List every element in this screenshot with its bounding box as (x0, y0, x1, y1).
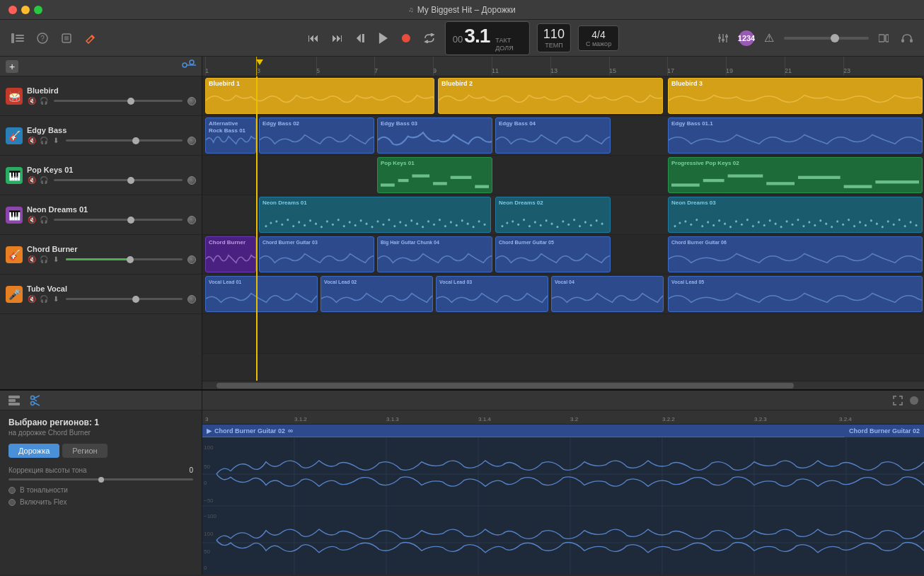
headphone-button-bluebird[interactable]: 🎧 (39, 96, 49, 106)
pencil-button[interactable] (82, 30, 99, 47)
track-fader-bluebird[interactable] (54, 100, 183, 102)
horizontal-scrollbar[interactable] (202, 381, 924, 389)
region-edgybass01-1[interactable]: Edgy Bass 01.1 (668, 117, 923, 154)
track-volume-chordburner[interactable] (187, 255, 196, 264)
track-fader-edgybass[interactable] (66, 139, 183, 142)
region-bluebird-1[interactable]: Bluebird 1 (205, 78, 434, 114)
close-button[interactable] (8, 6, 17, 14)
zoom-fit-button[interactable] (890, 393, 906, 408)
headphone-button-popkeys[interactable]: 🎧 (39, 175, 49, 185)
svg-point-117 (780, 226, 782, 228)
mixer-button[interactable] (715, 30, 732, 47)
record-arm-tubevocal[interactable]: ⬇ (51, 294, 61, 304)
region-neondreams01[interactable]: Neon Dreams 01 (259, 197, 491, 233)
position-display[interactable]: 00 3.1 ТАКТ ДОЛЯ (445, 21, 530, 55)
loop-icon: ∞ (288, 427, 293, 434)
output-button[interactable] (876, 30, 891, 46)
tab-region[interactable]: Регион (62, 444, 107, 458)
loop-button[interactable] (421, 30, 438, 46)
svg-point-100 (684, 220, 686, 222)
headphone-button-edgybass[interactable]: 🎧 (39, 136, 49, 146)
region-edgybass02[interactable]: Edgy Bass 02 (259, 117, 374, 154)
scrollbar-thumb[interactable] (216, 383, 794, 388)
region-vocal04[interactable]: Vocal 04 (551, 276, 664, 312)
track-fader-chordburner[interactable] (66, 258, 183, 260)
track-volume-tubevocal[interactable] (187, 295, 196, 304)
mute-button-bluebird[interactable]: 🔇 (27, 96, 37, 106)
svg-point-130 (853, 225, 855, 227)
track-tubevocal[interactable]: 🎤 Tube Vocal 🔇 🎧 ⬇ (0, 275, 202, 314)
track-popkeys[interactable]: 🎹 Pop Keys 01 🔇 🎧 (0, 156, 202, 195)
track-volume-popkeys[interactable] (187, 176, 196, 185)
region-neondreams03[interactable]: Neon Dreams 03 (668, 197, 923, 233)
region-chordburnerguitar06[interactable]: Chord Burner Guitar 06 (668, 236, 923, 272)
tempo-display[interactable]: 110 ТЕМП (537, 23, 571, 52)
track-volume-bluebird[interactable] (187, 97, 196, 105)
svg-point-133 (870, 219, 872, 221)
master-volume[interactable] (784, 37, 869, 40)
add-track-button[interactable]: + (6, 60, 18, 73)
mute-button-edgybass[interactable]: 🔇 (27, 136, 37, 146)
track-chordburner[interactable]: 🎸 Chord Burner 🔇 🎧 ⬇ (0, 235, 202, 275)
headphone-button-neondreams[interactable]: 🎧 (39, 215, 49, 225)
record-button[interactable] (398, 30, 414, 46)
in-key-toggle[interactable] (8, 487, 16, 494)
region-bighairguitar04[interactable]: Big Hair Guitar Chunk 04 (377, 236, 492, 272)
window-controls[interactable] (8, 6, 42, 14)
headphone-button-tubevocal[interactable]: 🎧 (39, 294, 49, 304)
region-chordburner[interactable]: Chord Burner (205, 236, 256, 272)
notification-button[interactable]: ⚠ (761, 28, 777, 47)
piano-roll-button[interactable] (6, 393, 23, 408)
track-fader-neondreams[interactable] (54, 219, 183, 221)
track-fader-tubevocal[interactable] (66, 298, 183, 300)
region-vocallead02[interactable]: Vocal Lead 02 (320, 276, 433, 312)
record-arm-chordburner[interactable]: ⬇ (51, 255, 61, 265)
rewind-button[interactable]: ⏮ (305, 29, 322, 47)
tab-track[interactable]: Дорожка (8, 444, 59, 458)
svg-point-145 (31, 396, 35, 399)
timesig-display[interactable]: 4/4 С мажор (578, 25, 619, 51)
cpu-button[interactable] (58, 30, 75, 47)
minimize-button[interactable] (21, 6, 30, 14)
region-vocallead01[interactable]: Vocal Lead 01 (205, 276, 318, 312)
track-volume-edgybass[interactable] (187, 137, 196, 145)
pitch-slider[interactable] (8, 478, 193, 480)
library-button[interactable] (8, 30, 27, 46)
flex-toggle[interactable] (8, 499, 16, 506)
detail-zoom-thumb[interactable] (910, 396, 918, 405)
region-progressivepopkeys[interactable]: Progressive Pop Keys 02 (668, 157, 923, 193)
region-chordburnerguitar05[interactable]: Chord Burner Guitar 05 (495, 236, 611, 272)
track-neondreams[interactable]: 🎹 Neon Dreams 01 🔇 🎧 (0, 195, 202, 235)
record-arm-edgybass[interactable]: ⬇ (51, 136, 61, 146)
headphone-button[interactable] (899, 30, 916, 46)
mute-button-neondreams[interactable]: 🔇 (27, 215, 37, 225)
master-volume-thumb[interactable] (831, 34, 839, 42)
maximize-button[interactable] (34, 6, 42, 14)
fast-forward-button[interactable]: ⏭ (329, 29, 346, 47)
play-button[interactable] (376, 30, 391, 47)
region-chordburnerguitar03[interactable]: Chord Burner Guitar 03 (259, 236, 374, 272)
track-bluebird[interactable]: 🥁 Bluebird 🔇 🎧 (0, 76, 202, 116)
smart-controls-button[interactable] (182, 59, 196, 73)
help-button[interactable]: ? (34, 30, 51, 47)
region-vocallead03[interactable]: Vocal Lead 03 (436, 276, 548, 312)
mute-button-chordburner[interactable]: 🔇 (27, 255, 37, 265)
region-altrock[interactable]: Alternative Rock Bass 01 (205, 117, 256, 154)
region-bluebird-2[interactable]: Bluebird 2 (438, 78, 663, 114)
svg-point-91 (567, 224, 570, 226)
region-popkeys01[interactable]: Pop Keys 01 (377, 157, 492, 193)
mute-button-popkeys[interactable]: 🔇 (27, 175, 37, 185)
pitch-slider-thumb[interactable] (98, 477, 104, 483)
region-neondreams02[interactable]: Neon Dreams 02 (495, 197, 611, 233)
region-edgybass03[interactable]: Edgy Bass 03 (377, 117, 492, 154)
region-bluebird-3[interactable]: Bluebird 3 (668, 78, 923, 114)
track-fader-popkeys[interactable] (54, 179, 183, 181)
scissors-button[interactable] (27, 392, 44, 409)
track-edgybass[interactable]: 🎸 Edgy Bass 🔇 🎧 ⬇ (0, 116, 202, 156)
region-vocallead05[interactable]: Vocal Lead 05 (668, 276, 923, 312)
mute-button-tubevocal[interactable]: 🔇 (27, 294, 37, 304)
region-edgybass04[interactable]: Edgy Bass 04 (495, 117, 611, 154)
track-volume-neondreams[interactable] (187, 216, 196, 224)
headphone-button-chordburner[interactable]: 🎧 (39, 255, 49, 265)
to-start-button[interactable] (353, 30, 369, 46)
